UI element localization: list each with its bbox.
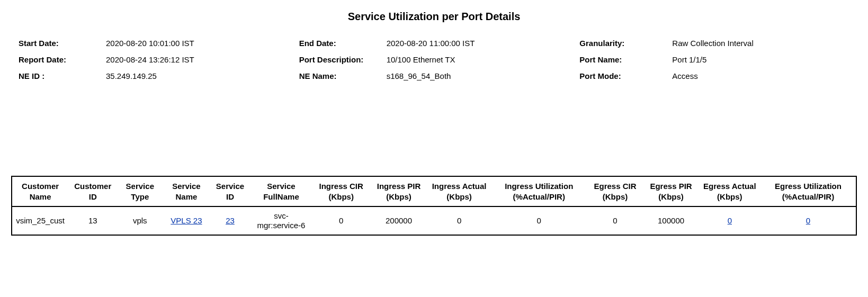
meta-ne-id: NE ID : 35.249.149.25	[19, 71, 289, 80]
cell-ingress-util: 0	[491, 206, 587, 235]
meta-end-date: End Date: 2020-08-20 11:00:00 IST	[299, 39, 569, 48]
meta-granularity: Granularity: Raw Collection Interval	[579, 39, 849, 48]
col-customer-id: Customer ID	[68, 176, 117, 206]
meta-label: NE Name:	[299, 71, 387, 80]
meta-port-mode: Port Mode: Access	[579, 71, 849, 80]
meta-value: Raw Collection Interval	[672, 39, 753, 48]
egress-actual-link[interactable]: 0	[728, 216, 732, 225]
col-egress-util: Egress Utilization (%Actual/PIR)	[760, 176, 856, 206]
cell-ingress-actual: 0	[427, 206, 491, 235]
cell-egress-actual: 0	[699, 206, 760, 235]
meta-value: s168_96_54_Both	[387, 71, 451, 80]
cell-service-fullname: svc-mgr:service-6	[250, 206, 312, 235]
meta-value: 10/100 Ethernet TX	[387, 55, 455, 64]
col-egress-cir: Egress CIR (Kbps)	[587, 176, 643, 206]
cell-customer-id: 13	[68, 206, 117, 235]
cell-customer-name: vsim_25_cust	[12, 206, 68, 235]
meta-value: 2020-08-24 13:26:12 IST	[106, 55, 194, 64]
meta-label: NE ID :	[19, 71, 106, 80]
col-ingress-util: Ingress Utilization (%Actual/PIR)	[491, 176, 587, 206]
meta-value: 35.249.149.25	[106, 71, 157, 80]
meta-ne-name: NE Name: s168_96_54_Both	[299, 71, 569, 80]
cell-ingress-cir: 0	[312, 206, 370, 235]
service-table: Customer Name Customer ID Service Type S…	[11, 176, 857, 236]
col-service-name: Service Name	[163, 176, 210, 206]
cell-egress-util: 0	[760, 206, 856, 235]
col-ingress-cir: Ingress CIR (Kbps)	[312, 176, 370, 206]
cell-egress-cir: 0	[587, 206, 643, 235]
meta-label: Port Name:	[579, 55, 672, 64]
cell-egress-pir: 100000	[643, 206, 699, 235]
cell-service-type: vpls	[117, 206, 163, 235]
meta-value: Access	[672, 71, 697, 80]
table-header-row: Customer Name Customer ID Service Type S…	[12, 176, 856, 206]
col-egress-actual: Egress Actual (Kbps)	[699, 176, 760, 206]
meta-label: Report Date:	[19, 55, 106, 64]
meta-label: Granularity:	[579, 39, 672, 48]
cell-service-name: VPLS 23	[163, 206, 210, 235]
meta-value: 2020-08-20 11:00:00 IST	[387, 39, 475, 48]
meta-start-date: Start Date: 2020-08-20 10:01:00 IST	[19, 39, 289, 48]
col-service-type: Service Type	[117, 176, 163, 206]
meta-report-date: Report Date: 2020-08-24 13:26:12 IST	[19, 55, 289, 64]
col-service-fullname: Service FullName	[250, 176, 312, 206]
col-egress-pir: Egress PIR (Kbps)	[643, 176, 699, 206]
meta-label: End Date:	[299, 39, 387, 48]
cell-text: vsim_25_cust	[15, 216, 65, 226]
meta-value: Port 1/1/5	[672, 55, 706, 64]
table-row: vsim_25_cust 13 vpls VPLS 23 23 svc-mgr:…	[12, 206, 856, 235]
service-name-link[interactable]: VPLS 23	[171, 216, 202, 225]
meta-label: Start Date:	[19, 39, 106, 48]
meta-label: Port Mode:	[579, 71, 672, 80]
meta-value: 2020-08-20 10:01:00 IST	[106, 39, 194, 48]
report-metadata: Start Date: 2020-08-20 10:01:00 IST End …	[19, 39, 849, 80]
meta-port-name: Port Name: Port 1/1/5	[579, 55, 849, 64]
col-service-id: Service ID	[210, 176, 250, 206]
col-customer-name: Customer Name	[12, 176, 68, 206]
service-id-link[interactable]: 23	[226, 216, 235, 225]
page-title: Service Utilization per Port Details	[8, 11, 860, 23]
meta-port-description: Port Description: 10/100 Ethernet TX	[299, 55, 569, 64]
egress-util-link[interactable]: 0	[806, 216, 810, 225]
cell-ingress-pir: 200000	[370, 206, 428, 235]
cell-service-id: 23	[210, 206, 250, 235]
col-ingress-actual: Ingress Actual (Kbps)	[427, 176, 491, 206]
col-ingress-pir: Ingress PIR (Kbps)	[370, 176, 428, 206]
meta-label: Port Description:	[299, 55, 387, 64]
